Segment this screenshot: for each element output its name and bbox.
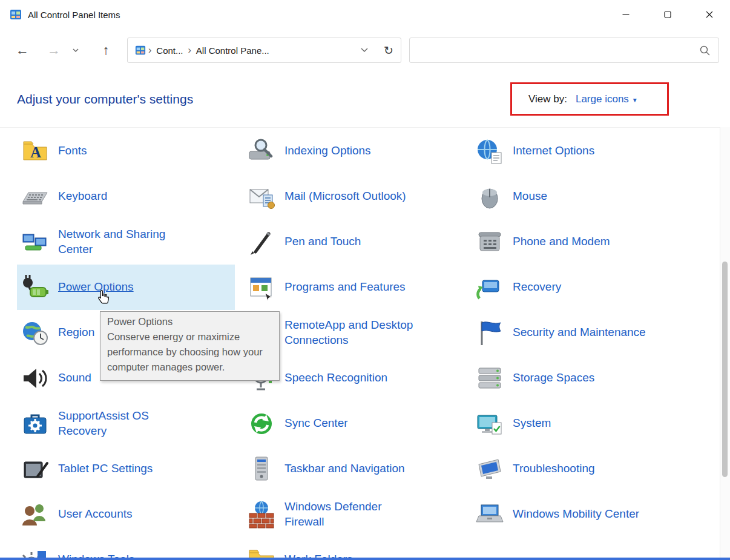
control-panel-item[interactable]: AFonts xyxy=(17,128,235,174)
item-label: Tablet PC Settings xyxy=(58,461,153,476)
scrollbar-thumb[interactable] xyxy=(722,262,728,477)
fonts-icon: A xyxy=(21,137,50,166)
item-label: Programs and Features xyxy=(284,280,406,295)
refresh-icon: ↻ xyxy=(384,44,393,57)
item-label: SupportAssist OS Recovery xyxy=(58,409,149,438)
breadcrumb-item[interactable]: Cont... xyxy=(156,45,183,56)
taskbar-icon xyxy=(247,455,276,484)
control-panel-item[interactable]: Programs and Features xyxy=(235,265,463,310)
search-box xyxy=(409,38,719,63)
up-icon: ↑ xyxy=(103,42,110,58)
item-label: Storage Spaces xyxy=(513,371,594,386)
control-panel-icon xyxy=(135,45,146,56)
tooltip-title: Power Options xyxy=(107,314,272,329)
control-panel-item[interactable]: User Accounts xyxy=(17,492,235,537)
control-panel-item[interactable]: System xyxy=(463,401,720,446)
item-label: Indexing Options xyxy=(284,143,371,159)
chevron-down-icon xyxy=(73,48,79,53)
control-panel-item[interactable]: Tablet PC Settings xyxy=(17,446,235,492)
network-sharing-icon xyxy=(21,228,50,257)
control-panel-item[interactable]: Security and Maintenance xyxy=(463,310,720,355)
view-by-dropdown[interactable]: Large icons ▾ xyxy=(576,93,637,105)
navigation-bar: ← → ↑ › Cont... › All Control Pane... ↻ xyxy=(0,29,730,71)
item-label: Fonts xyxy=(58,143,87,159)
control-panel-item[interactable]: Keyboard xyxy=(17,174,235,219)
search-icon[interactable] xyxy=(700,45,710,56)
minimize-button[interactable] xyxy=(605,0,646,29)
control-panel-item[interactable]: Storage Spaces xyxy=(463,355,720,401)
control-panel-item[interactable]: Pen and Touch xyxy=(235,219,463,265)
user-accounts-icon xyxy=(21,500,50,529)
item-label: Keyboard xyxy=(58,189,107,204)
back-icon: ← xyxy=(16,42,29,58)
address-bar[interactable]: › Cont... › All Control Pane... ↻ xyxy=(127,38,401,63)
item-label: Taskbar and Navigation xyxy=(284,461,405,476)
control-panel-item[interactable]: Windows Defender Firewall xyxy=(235,492,463,537)
item-label: User Accounts xyxy=(58,507,133,522)
control-panel-item[interactable]: SupportAssist OS Recovery xyxy=(17,401,235,446)
control-panel-item[interactable]: Mouse xyxy=(463,174,720,219)
storage-spaces-icon xyxy=(475,364,504,393)
control-panel-item[interactable]: Indexing Options xyxy=(235,128,463,174)
control-panel-item[interactable]: Taskbar and Navigation xyxy=(235,446,463,492)
item-label: Speech Recognition xyxy=(284,371,387,386)
address-dropdown-button[interactable] xyxy=(361,48,368,53)
close-button[interactable] xyxy=(688,0,730,29)
item-label: RemoteApp and Desktop Connections xyxy=(284,318,413,348)
item-label: Troubleshooting xyxy=(513,461,595,476)
control-panel-item[interactable]: Internet Options xyxy=(463,128,720,174)
chevron-down-icon xyxy=(361,48,368,53)
view-by-label: View by: xyxy=(528,93,567,105)
up-button[interactable]: ↑ xyxy=(94,42,117,58)
security-maintenance-icon xyxy=(475,318,504,348)
item-label: Pen and Touch xyxy=(284,234,361,249)
window-bottom-accent xyxy=(0,558,730,560)
search-input[interactable] xyxy=(418,45,695,56)
phone-modem-icon xyxy=(475,228,504,257)
breadcrumb-separator-icon: › xyxy=(188,45,191,56)
breadcrumb-item[interactable]: All Control Pane... xyxy=(196,45,269,56)
control-panel-item[interactable]: Windows Mobility Center xyxy=(463,492,720,537)
system-icon xyxy=(475,409,504,438)
control-panel-item[interactable]: Mail (Microsoft Outlook) xyxy=(235,174,463,219)
control-panel-icon xyxy=(10,8,22,21)
control-panel-item[interactable]: Sync Center xyxy=(235,401,463,446)
content-divider xyxy=(0,127,720,128)
refresh-button[interactable]: ↻ xyxy=(384,44,393,58)
control-panel-item[interactable]: Windows Tools xyxy=(17,537,235,560)
vertical-scrollbar[interactable] xyxy=(720,127,730,560)
programs-features-icon xyxy=(247,273,276,302)
control-panel-item[interactable]: Power Options xyxy=(17,265,235,310)
control-panel-item[interactable]: Phone and Modem xyxy=(463,219,720,265)
supportassist-icon xyxy=(21,409,50,438)
item-label: Sync Center xyxy=(284,416,348,431)
region-icon xyxy=(21,318,50,348)
sync-center-icon xyxy=(247,409,276,438)
mobility-center-icon xyxy=(475,500,504,529)
forward-button[interactable]: → xyxy=(42,42,65,58)
maximize-button[interactable] xyxy=(646,0,688,29)
item-label: Windows Defender Firewall xyxy=(284,499,382,529)
control-panel-item[interactable]: Troubleshooting xyxy=(463,446,720,492)
tooltip: Power Options Conserve energy or maximiz… xyxy=(100,311,280,381)
control-panel-item[interactable]: Work Folders xyxy=(235,537,463,560)
item-label: Phone and Modem xyxy=(513,234,610,249)
tooltip-body: Conserve energy or maximize performance … xyxy=(107,329,272,375)
back-button[interactable]: ← xyxy=(11,42,34,58)
recent-locations-button[interactable] xyxy=(69,48,82,53)
item-label: System xyxy=(513,416,551,431)
item-label: Recovery xyxy=(513,280,561,295)
item-label: Internet Options xyxy=(513,143,594,159)
item-label: Sound xyxy=(58,371,91,386)
titlebar: All Control Panel Items xyxy=(0,0,730,29)
mail-icon xyxy=(247,182,276,211)
control-panel-item[interactable]: Network and Sharing Center xyxy=(17,219,235,265)
window-controls xyxy=(605,0,730,29)
breadcrumb-separator-icon: › xyxy=(148,45,151,56)
control-panel-item[interactable]: Recovery xyxy=(463,265,720,310)
internet-options-icon xyxy=(475,137,504,166)
item-label: Mouse xyxy=(513,189,547,204)
keyboard-icon xyxy=(21,182,50,211)
item-label: Region xyxy=(58,325,94,340)
firewall-icon xyxy=(247,500,276,529)
